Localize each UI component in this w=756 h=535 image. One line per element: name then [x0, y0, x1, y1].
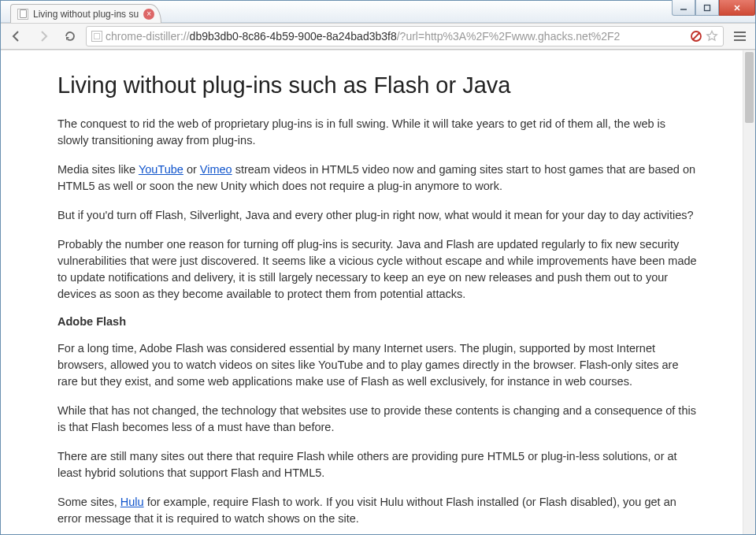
paragraph: There are still many sites out there tha…: [57, 448, 699, 481]
browser-window: Living without plug-ins su ×: [0, 0, 756, 535]
tab-title: Living without plug-ins su: [33, 9, 139, 20]
minimize-button[interactable]: [672, 0, 695, 16]
svg-line-5: [693, 33, 699, 39]
back-button[interactable]: [6, 26, 28, 46]
maximize-button[interactable]: [695, 0, 719, 16]
toolbar: chrome-distiller://db9b3db0-8c86-4b59-90…: [1, 23, 755, 50]
chrome-menu-button[interactable]: [728, 26, 750, 46]
paragraph: For a long time, Adobe Flash was conside…: [57, 340, 699, 390]
forward-button[interactable]: [32, 26, 54, 46]
close-window-button[interactable]: [719, 0, 755, 16]
svg-rect-1: [705, 5, 710, 10]
browser-tab[interactable]: Living without plug-ins su ×: [10, 4, 161, 23]
address-bar[interactable]: chrome-distiller://db9b3db0-8c86-4b59-90…: [86, 26, 724, 46]
paragraph: Some sites, Hulu for example, require Fl…: [57, 494, 699, 527]
paragraph: While that has not changed, the technolo…: [57, 403, 699, 436]
url-text: chrome-distiller://db9b3db0-8c86-4b59-90…: [106, 30, 687, 43]
page-icon: [17, 9, 28, 20]
vertical-scrollbar[interactable]: [743, 50, 755, 534]
close-tab-icon[interactable]: ×: [143, 9, 154, 20]
article-content: Living without plug-ins such as Flash or…: [1, 50, 755, 534]
paragraph: The conquest to rid the web of proprieta…: [57, 116, 699, 149]
site-icon: [91, 31, 102, 42]
window-controls: [672, 0, 755, 16]
subheading: Adobe Flash: [57, 315, 699, 328]
link-youtube[interactable]: YouTube: [139, 163, 183, 176]
titlebar[interactable]: Living without plug-ins su ×: [1, 1, 755, 23]
plugin-blocked-icon[interactable]: [690, 30, 702, 43]
link-vimeo[interactable]: Vimeo: [200, 163, 232, 176]
paragraph: Media sites like YouTube or Vimeo stream…: [57, 162, 699, 195]
tabstrip: Living without plug-ins su ×: [1, 1, 161, 23]
article-title: Living without plug-ins such as Flash or…: [57, 72, 699, 98]
paragraph: But if you'd turn off Flash, Silverlight…: [57, 207, 699, 224]
scroll-thumb[interactable]: [745, 52, 754, 123]
paragraph: Probably the number one reason for turni…: [57, 236, 699, 303]
link-hulu[interactable]: Hulu: [120, 496, 144, 508]
bookmark-star-icon[interactable]: [706, 30, 718, 43]
reload-button[interactable]: [59, 26, 81, 46]
page-viewport: Living without plug-ins such as Flash or…: [1, 50, 755, 534]
